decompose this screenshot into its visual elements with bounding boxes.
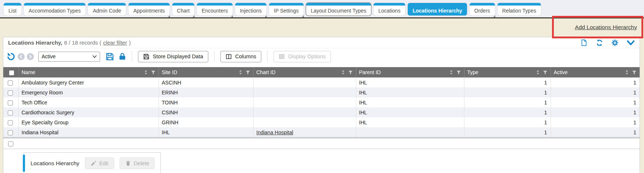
cell-parent-id [356, 127, 464, 137]
panel-header: Locations Hierarchy, 6 / 18 records ( cl… [3, 37, 640, 48]
row-checkbox[interactable] [8, 100, 13, 105]
select-all-checkbox[interactable] [9, 70, 14, 75]
filter-icon[interactable] [151, 70, 156, 75]
display-options-label: Display Options [288, 53, 326, 59]
floppy-icon [143, 53, 149, 60]
sort-icon[interactable] [341, 70, 345, 75]
sort-icon[interactable] [144, 70, 148, 75]
new-document-icon[interactable] [580, 39, 588, 46]
cell-parent-id: IHL [356, 117, 464, 127]
tab-admin-code[interactable]: Admin Code [88, 3, 126, 15]
records-count-close: ) [129, 39, 131, 46]
tab-layout-document-types[interactable]: Layout Document Types [306, 3, 371, 15]
tab-bar: ListAccommodation TypesAdmin CodeAppoint… [0, 0, 644, 18]
filter-icon[interactable] [543, 70, 548, 75]
tab-injections[interactable]: Injections [235, 3, 266, 15]
cell-type: 1 [464, 87, 551, 97]
row-checkbox[interactable] [8, 110, 13, 115]
filter-icon[interactable] [348, 70, 353, 75]
clear-filter-link[interactable]: clear filter [103, 39, 127, 46]
cell-parent-id: IHL [356, 77, 464, 87]
cell-name: Emergency Room [18, 87, 159, 97]
cell-chart-id [253, 107, 356, 117]
cell-parent-id: IHL [356, 87, 464, 97]
selection-card: Locations Hierarchy Edit Delete [24, 152, 161, 173]
table-row[interactable]: Cardiothoracic SurgeryCSINHIHL11 [3, 107, 640, 117]
sort-icon[interactable] [625, 70, 629, 75]
tab-chart[interactable]: Chart [172, 3, 194, 15]
table-row[interactable]: Ambulatory Surgery CenterASCINHIHL11 [3, 77, 640, 87]
cell-name: Cardiothoracic Surgery [18, 107, 159, 117]
row-checkbox[interactable] [8, 90, 13, 96]
sort-icon[interactable] [536, 70, 540, 75]
row-checkbox[interactable] [8, 120, 13, 125]
table-header-row: NameSite IDChart IDParent IDTypeActive [3, 67, 640, 77]
panel-title: Locations Hierarchy, [8, 39, 62, 46]
cell-type: 1 [464, 77, 551, 87]
column-header-type[interactable]: Type [464, 67, 551, 77]
tab-relation-types[interactable]: Relation Types [498, 3, 541, 15]
column-header-parent-id[interactable]: Parent ID [356, 67, 464, 77]
records-count: 6 / 18 records ( [64, 39, 101, 46]
tab-list[interactable]: List [4, 3, 21, 15]
chart-id-link[interactable]: Indiana Hospital [256, 129, 293, 135]
next-record-button[interactable] [27, 53, 34, 60]
save-filter-icon[interactable] [106, 52, 114, 61]
grid-icon [279, 53, 285, 60]
tab-locations-hierarchy[interactable]: Locations Hierarchy [408, 3, 467, 15]
sort-icon[interactable] [238, 70, 243, 75]
column-label: Site ID [162, 69, 238, 75]
cell-site-id: ASCINH [159, 77, 253, 87]
trash-icon [125, 160, 131, 166]
column-header-chart-id[interactable]: Chart ID [253, 67, 356, 77]
column-label: Name [22, 69, 144, 75]
gear-icon[interactable] [611, 39, 619, 46]
tab-accommodation-types[interactable]: Accommodation Types [24, 3, 85, 15]
cell-parent-id: IHL [356, 97, 464, 107]
cell-parent-id: IHL [356, 107, 464, 117]
tab-ip-settings[interactable]: IP Settings [269, 3, 303, 15]
toolbar-divider [214, 51, 215, 62]
display-options-button: Display Options [273, 51, 331, 62]
cell-chart-id: Indiana Hospital [253, 127, 356, 137]
footer-checkbox[interactable] [8, 141, 13, 146]
add-locations-hierarchy-link[interactable]: Add Locations Hierarchy [575, 24, 637, 31]
tab-locations[interactable]: Locations [374, 3, 405, 15]
store-displayed-data-label: Store Displayed Data [153, 53, 203, 59]
filter-icon[interactable] [245, 70, 250, 75]
sort-icon[interactable] [449, 70, 453, 75]
tab-appointments[interactable]: Appointments [128, 3, 170, 15]
store-displayed-data-button[interactable]: Store Displayed Data [138, 51, 208, 62]
filter-icon[interactable] [632, 70, 637, 75]
cell-active: 1 [551, 127, 640, 137]
refresh-icon[interactable] [596, 39, 603, 46]
cell-name: Ambulatory Surgery Center [18, 77, 159, 87]
table-row[interactable]: Tech OfficeTOINHIHL11 [3, 97, 640, 107]
cell-name: Tech Office [18, 97, 159, 107]
row-checkbox[interactable] [8, 80, 13, 86]
panel-header-icons [580, 39, 635, 46]
cell-chart-id [253, 97, 356, 107]
tab-encounters[interactable]: Encounters [197, 3, 233, 15]
columns-button[interactable]: Columns [220, 51, 261, 62]
cell-active: 1 [551, 97, 640, 107]
cell-site-id: TOINH [159, 97, 253, 107]
column-label: Type [467, 69, 536, 75]
cell-site-id: GRINH [159, 117, 253, 127]
lock-icon[interactable] [119, 52, 126, 60]
table-row[interactable]: Eye Specialty GroupGRINHIHL11 [3, 117, 640, 127]
column-header-site-id[interactable]: Site ID [159, 67, 253, 77]
tab-orders[interactable]: Orders [470, 3, 495, 15]
row-checkbox[interactable] [8, 130, 13, 135]
cell-type: 1 [464, 107, 551, 117]
previous-record-button[interactable] [18, 53, 25, 60]
table-row[interactable]: Emergency RoomERINHIHL11 [3, 87, 640, 97]
chevron-down-icon[interactable] [627, 40, 635, 46]
column-header-name[interactable]: Name [18, 67, 159, 77]
cell-chart-id [253, 77, 356, 87]
filter-icon[interactable] [456, 70, 461, 75]
table-row[interactable]: Indiana HospitalIHLIndiana Hospital11 [3, 127, 640, 137]
column-header-active[interactable]: Active [551, 67, 640, 77]
undo-icon[interactable] [7, 52, 15, 61]
active-filter-dropdown[interactable]: Active [38, 52, 100, 62]
